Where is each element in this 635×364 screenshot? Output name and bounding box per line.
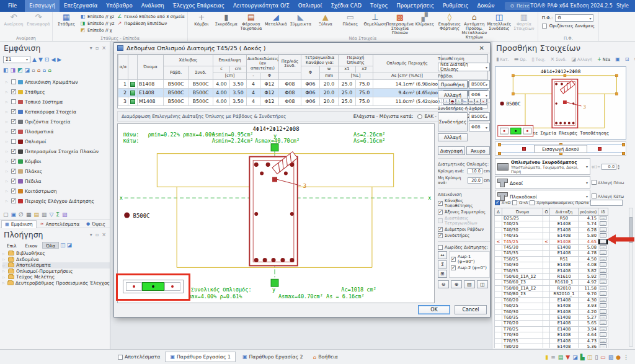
cancel-button[interactable]: Cancel (455, 305, 487, 314)
redo-button[interactable]: ↷Επαναφορά (26, 12, 51, 27)
display-tree-item[interactable]: ▷Κοιτόστρωση (2, 186, 110, 196)
pf-select[interactable]: G ▾ (555, 14, 593, 22)
expander-icon[interactable]: ▷ (6, 120, 9, 123)
display-tree-item[interactable]: ▷Οριζόντια Στοιχεία (2, 117, 110, 127)
checkbox[interactable] (11, 129, 16, 134)
view-3d-icon[interactable]: ◧ (3, 67, 9, 73)
section-row[interactable]: T40/35E14085.80... (495, 233, 608, 239)
panel-tab[interactable]: ≈Αποτελέσματα (37, 220, 82, 228)
display-tree-item[interactable]: ▷Περιοχές Ελέγχου Διάτρησης (2, 196, 110, 204)
vertical-elements-button[interactable]: ▮Κατ. (494, 55, 511, 63)
zoom-in-icon[interactable]: ⊕ (451, 280, 462, 288)
concrete-button[interactable]: ▮Σκυρόδεμα (214, 12, 239, 27)
section-row[interactable]: T60/30E14084.20... (495, 309, 608, 314)
close-icon[interactable]: × (102, 45, 106, 51)
results-toggle[interactable]: Αποτελέσματα (115, 352, 163, 362)
select-icon[interactable]: ▢ (3, 211, 9, 218)
chevron-down-icon[interactable]: ▾ (90, 232, 92, 237)
plane-xz-button[interactable]: ◧Επίπεδο // χz (80, 13, 114, 20)
section-row[interactable]: T40/25E14085.74... (495, 221, 608, 227)
zoom-out-icon[interactable]: ⊖ (438, 280, 449, 288)
angle-input[interactable]: 0.0 (602, 164, 616, 170)
reinforcement-row[interactable]: 1B1408B500CB500C4.003.504Φ12Φ08Φ0620.025… (118, 80, 489, 89)
menu-tab[interactable]: Επεξεργασία (60, 0, 102, 12)
nav-folder[interactable]: ▷Βιβλιοθήκες (2, 251, 110, 257)
chart-icon[interactable]: ◪ (572, 354, 578, 360)
help-button[interactable]: ⌂ Βοήθεια (309, 352, 341, 362)
building-iso-icon[interactable]: ⌂ (48, 67, 51, 73)
stirrups-display-checkbox[interactable] (438, 233, 443, 238)
edit-layout-button[interactable]: ... (600, 233, 606, 237)
more-dots-icon[interactable]: ⋮ (623, 354, 629, 360)
add-bar-button[interactable]: Προσθήκη (438, 80, 468, 89)
plane-yz-button[interactable]: ◨Επίπεδο // yz (80, 20, 114, 27)
section-row[interactable]: T50/25R514.50... (495, 256, 608, 262)
nav-folder[interactable]: ▷Τεύχος Μελέτης (2, 274, 110, 280)
edit-layout-button[interactable]: ... (600, 262, 606, 267)
change-bottom-checkbox[interactable] (592, 193, 597, 198)
level-up-icon[interactable]: ▲ (32, 56, 37, 63)
expander-icon[interactable]: ▷ (6, 159, 9, 163)
strip1-checkbox[interactable] (451, 257, 456, 262)
stirrups-button[interactable]: Συνδετήρες (438, 112, 468, 131)
expander-icon[interactable]: ▷ (6, 130, 9, 133)
workspace-tab-2[interactable]: ▣ Παράθυρο Εργασίας 2 (238, 352, 308, 362)
edit-layout-button[interactable]: ... (600, 309, 606, 314)
report-icon[interactable]: ▭ (600, 354, 606, 360)
menu-tab[interactable]: Ανάλυση (137, 0, 169, 12)
tellme-search[interactable]: ⊙ Πείτε μου πως μπορώ να β... (505, 2, 530, 10)
menu-tab[interactable]: Υπόβαθρο (102, 0, 136, 12)
sum-icon[interactable]: Σ (56, 211, 60, 218)
plane-x-button[interactable]: ◩Επίπεδο // χ (80, 27, 114, 33)
select-window-icon[interactable]: ▣ (11, 211, 17, 218)
edit-layout-button[interactable]: ... (600, 269, 606, 273)
checkbox[interactable] (11, 89, 16, 94)
bar-diameter-select[interactable]: Φ06 ▾ (469, 91, 490, 99)
used-first-checkbox[interactable] (530, 200, 535, 205)
stirrup-grade-select[interactable]: B500C ▾ (469, 112, 490, 121)
section-row[interactable]: T70/35E14084.73... (495, 338, 608, 344)
pin-icon[interactable]: ▫ (95, 45, 99, 51)
stairs-button[interactable]: ▞Κλίμακες (412, 12, 437, 27)
section-preview[interactable]: 4Φ14+2Φ12+2Φ08 3 B500C Επιλέξτε Σημεία Π… (495, 66, 626, 140)
workspace-tab-1[interactable]: ▣ Παράθυρο Εργασίας 1 (165, 352, 236, 362)
edit-layout-button[interactable]: ... (600, 280, 606, 284)
bar-diameters-checkbox[interactable] (438, 227, 443, 232)
noncritical-spacing-input[interactable]: 20.0 (468, 177, 482, 184)
prev-view-icon[interactable]: ◀ (51, 56, 55, 63)
zoom-section-button[interactable]: ⊡ (623, 55, 631, 63)
spinner-down-icon[interactable]: ▼ (618, 167, 619, 170)
expander-icon[interactable]: ▷ (2, 252, 6, 255)
reinforcement-row[interactable]: 2E1408B500CB500C4.003.504Φ12Φ08Φ0620.025… (118, 89, 489, 97)
section-row[interactable]: T60/20E14084.30... (495, 297, 608, 303)
expander-icon[interactable]: ▷ (6, 169, 9, 173)
view-rotate-icon[interactable]: ◨ (11, 67, 16, 73)
expander-icon[interactable]: ▷ (6, 100, 9, 104)
display-tree-item[interactable]: ▷Πλασματικά (2, 127, 110, 136)
image-icon[interactable]: ▧ (62, 211, 68, 218)
edit-layout-button[interactable]: ... (600, 286, 606, 290)
change-top-checkbox[interactable] (592, 180, 597, 185)
section-row[interactable]: T80/20E14085.36... (495, 344, 608, 348)
ok-button[interactable]: OK (418, 305, 450, 314)
section-row[interactable]: T50/60_Σ1Α_Σ2R16105.92... (495, 274, 608, 280)
expander-icon[interactable]: ▷ (6, 199, 9, 203)
element-loads-button[interactable]: ▥Φορτία Στοιχείων (512, 12, 536, 32)
palette-icon[interactable]: ● (616, 354, 621, 360)
bar-grade-select[interactable]: B500C ▾ (469, 80, 490, 89)
edit-layout-button[interactable]: ... (600, 245, 606, 249)
stats-icon[interactable]: ▙ (580, 354, 585, 360)
change-button[interactable]: ◪Αλλαγή (569, 55, 594, 63)
expander-icon[interactable]: ▷ (6, 110, 9, 113)
delete-button[interactable]: Διαγραφή (438, 146, 465, 155)
nav-folder[interactable]: ▷Δεδομένα (2, 257, 110, 263)
connections-button[interactable]: ×Συνδ. (549, 55, 569, 63)
side-cell-center[interactable] (142, 282, 165, 291)
table-scrollbar[interactable] (629, 208, 633, 347)
dimension-icon[interactable]: ↔ (438, 251, 447, 259)
measure-icon[interactable]: ∅ (19, 211, 24, 218)
masonry-button[interactable]: ▤Φέρουσα Τοιχοποιία (239, 12, 264, 32)
menu-tab[interactable]: Οπλισμοί (294, 0, 327, 12)
zoom-window-icon[interactable]: ⊡ (45, 56, 50, 63)
building-front-icon[interactable]: ⌂ (32, 67, 35, 73)
